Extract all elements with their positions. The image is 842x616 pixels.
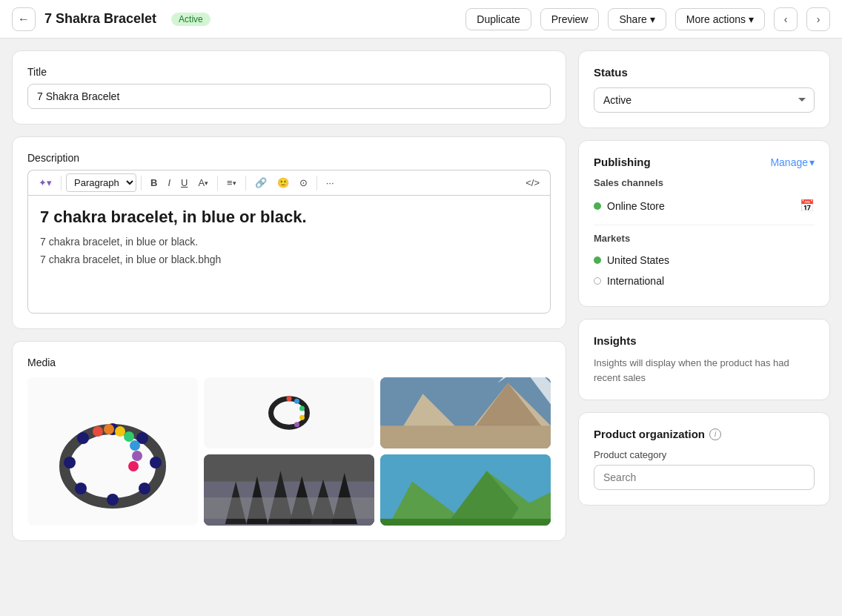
svg-point-8 <box>77 432 89 444</box>
title-input[interactable] <box>27 84 551 109</box>
online-store-label: Online Store <box>607 200 665 212</box>
link-button[interactable]: 🔗 <box>251 174 271 191</box>
media-grid <box>27 377 551 526</box>
editor-body[interactable]: 7 chakra bracelet, in blue or black. 7 c… <box>27 195 551 314</box>
status-badge: Active <box>171 13 210 26</box>
media-thumb-3[interactable] <box>204 454 374 526</box>
ai-button[interactable]: ✦ ▾ <box>34 174 56 191</box>
description-label: Description <box>27 152 551 164</box>
share-chevron-icon: ▾ <box>650 13 655 25</box>
emoji-icon: 🙂 <box>277 177 289 188</box>
us-label: United States <box>607 254 669 266</box>
category-label: Product category <box>594 449 815 460</box>
svg-point-15 <box>128 461 139 471</box>
svg-point-7 <box>64 457 76 468</box>
toolbar-divider-3 <box>217 176 218 191</box>
category-search-input[interactable] <box>594 465 815 490</box>
description-card: Description ✦ ▾ Paragraph B I <box>12 136 566 329</box>
title-label: Title <box>27 66 551 78</box>
more-actions-chevron-icon: ▾ <box>749 13 754 25</box>
svg-rect-39 <box>380 519 551 526</box>
editor-toolbar: ✦ ▾ Paragraph B I U A <box>27 170 551 195</box>
media-thumb-4[interactable] <box>380 454 551 526</box>
svg-rect-35 <box>204 497 374 519</box>
us-market-row: United States <box>594 250 815 271</box>
svg-point-4 <box>139 483 150 494</box>
svg-point-11 <box>115 426 125 437</box>
intl-dot <box>594 277 601 285</box>
italic-button[interactable]: I <box>163 174 175 191</box>
media-thumb-1[interactable] <box>204 377 374 448</box>
color-chevron-icon: ▾ <box>205 179 208 187</box>
calendar-icon[interactable]: 📅 <box>800 199 815 213</box>
share-button[interactable]: Share ▾ <box>608 8 666 30</box>
svg-point-9 <box>93 426 103 437</box>
preview-button[interactable]: Preview <box>540 8 600 30</box>
insights-card: Insights Insights will display when the … <box>578 319 830 400</box>
media-label: Media <box>27 357 551 368</box>
toolbar-divider-1 <box>61 176 62 191</box>
manage-chevron-icon: ▾ <box>809 156 815 168</box>
publishing-title: Publishing <box>594 156 651 168</box>
manage-link[interactable]: Manage ▾ <box>770 156 815 168</box>
next-page-button[interactable]: › <box>806 7 830 31</box>
editor-para-1: 7 chakra bracelet, in blue or black. <box>40 236 538 248</box>
markets-label: Markets <box>594 233 815 244</box>
ai-chevron-icon: ▾ <box>47 177 52 188</box>
toolbar-divider-2 <box>141 176 142 191</box>
toolbar-divider-4 <box>245 176 246 191</box>
insights-title: Insights <box>594 334 815 347</box>
prev-page-button[interactable]: ‹ <box>774 7 798 31</box>
more-format-button[interactable]: ··· <box>322 174 339 191</box>
editor-heading: 7 chakra bracelet, in blue or black. <box>40 208 538 227</box>
intl-label: International <box>607 275 664 287</box>
align-chevron-icon: ▾ <box>233 179 236 187</box>
underline-button[interactable]: U <box>176 174 192 191</box>
align-button[interactable]: ≡ ▾ <box>222 174 241 191</box>
product-org-header: Product organization i <box>594 428 815 440</box>
svg-point-16 <box>271 399 308 428</box>
code-view-button[interactable]: </> <box>521 174 544 191</box>
status-select[interactable]: Active Draft Archived <box>594 87 815 113</box>
svg-point-13 <box>130 440 140 451</box>
media-thumb-2[interactable] <box>380 377 551 448</box>
back-button[interactable]: ← <box>12 7 36 31</box>
bracelet-svg <box>39 385 187 518</box>
toolbar-divider-5 <box>316 176 317 191</box>
info-icon: i <box>709 428 721 440</box>
online-store-row: Online Store 📅 <box>594 194 815 217</box>
online-store-dot <box>594 202 601 210</box>
more-actions-button[interactable]: More actions ▾ <box>675 8 765 30</box>
media-card: Media <box>12 341 566 541</box>
title-card: Title <box>12 50 566 125</box>
publishing-header: Publishing Manage ▾ <box>594 156 815 168</box>
media-main-image[interactable] <box>27 377 198 526</box>
left-column: Title Description ✦ ▾ Paragraph B <box>12 50 566 541</box>
right-column: Status Active Draft Archived Publishing … <box>578 50 830 541</box>
svg-point-17 <box>287 396 292 401</box>
page-title: 7 Shakra Bracelet <box>44 11 156 27</box>
svg-point-3 <box>150 457 162 468</box>
svg-point-5 <box>107 494 119 506</box>
back-icon: ← <box>18 13 30 26</box>
bold-button[interactable]: B <box>146 174 162 191</box>
duplicate-button[interactable]: Duplicate <box>465 8 531 30</box>
next-icon: › <box>817 13 821 25</box>
status-card: Status Active Draft Archived <box>578 50 830 128</box>
svg-rect-26 <box>380 425 551 448</box>
publishing-card: Publishing Manage ▾ Sales channels Onlin… <box>578 140 830 307</box>
mention-button[interactable]: ⊙ <box>295 174 312 191</box>
mention-icon: ⊙ <box>299 177 308 188</box>
main-content: Title Description ✦ ▾ Paragraph B <box>0 39 842 553</box>
svg-point-10 <box>104 424 114 434</box>
link-icon: 🔗 <box>255 177 267 188</box>
section-divider-1 <box>594 225 815 225</box>
svg-point-19 <box>299 405 305 411</box>
status-title: Status <box>594 66 815 79</box>
paragraph-select[interactable]: Paragraph <box>66 173 136 192</box>
color-button[interactable]: A ▾ <box>193 174 213 191</box>
svg-point-21 <box>294 422 299 427</box>
emoji-button[interactable]: 🙂 <box>273 174 294 191</box>
product-org-title: Product organization <box>594 428 705 440</box>
svg-point-18 <box>294 399 299 404</box>
